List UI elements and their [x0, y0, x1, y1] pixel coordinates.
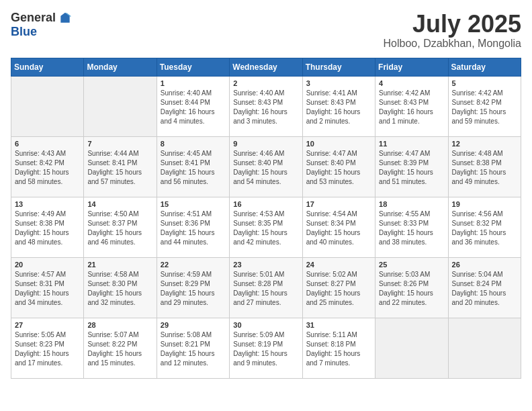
calendar-day-cell: 20Sunrise: 4:57 AMSunset: 8:31 PMDayligh…	[11, 257, 84, 318]
day-content: Sunrise: 5:04 AMSunset: 8:24 PMDaylight:…	[452, 270, 517, 308]
month-title: July 2025	[384, 11, 521, 38]
day-content: Sunrise: 4:57 AMSunset: 8:31 PMDaylight:…	[15, 270, 80, 308]
logo-icon	[58, 11, 72, 25]
title-block: July 2025 Holboo, Dzabkhan, Mongolia	[384, 11, 521, 50]
calendar-day-cell: 10Sunrise: 4:47 AMSunset: 8:40 PMDayligh…	[302, 136, 375, 197]
day-number: 13	[15, 200, 80, 208]
calendar-day-cell: 18Sunrise: 4:55 AMSunset: 8:33 PMDayligh…	[375, 197, 448, 257]
day-content: Sunrise: 4:48 AMSunset: 8:38 PMDaylight:…	[452, 149, 517, 187]
day-content: Sunrise: 4:42 AMSunset: 8:42 PMDaylight:…	[452, 89, 517, 126]
weekday-header-cell: Friday	[375, 58, 448, 76]
calendar-day-cell: 31Sunrise: 5:11 AMSunset: 8:18 PMDayligh…	[302, 318, 375, 378]
day-content: Sunrise: 4:46 AMSunset: 8:40 PMDaylight:…	[233, 149, 298, 187]
day-content: Sunrise: 4:45 AMSunset: 8:41 PMDaylight:…	[161, 149, 226, 187]
day-content: Sunrise: 4:49 AMSunset: 8:38 PMDaylight:…	[15, 210, 80, 247]
calendar-week-row: 13Sunrise: 4:49 AMSunset: 8:38 PMDayligh…	[11, 197, 521, 257]
day-number: 3	[306, 79, 371, 87]
calendar-day-cell: 30Sunrise: 5:09 AMSunset: 8:19 PMDayligh…	[230, 318, 302, 378]
calendar-day-cell: 16Sunrise: 4:53 AMSunset: 8:35 PMDayligh…	[230, 197, 302, 257]
calendar-day-cell: 5Sunrise: 4:42 AMSunset: 8:42 PMDaylight…	[448, 76, 521, 136]
day-content: Sunrise: 5:08 AMSunset: 8:21 PMDaylight:…	[161, 330, 226, 368]
calendar-day-cell: 11Sunrise: 4:47 AMSunset: 8:39 PMDayligh…	[375, 136, 448, 197]
weekday-header-row: SundayMondayTuesdayWednesdayThursdayFrid…	[11, 58, 521, 76]
day-number: 10	[306, 140, 371, 148]
calendar-day-cell: 2Sunrise: 4:40 AMSunset: 8:43 PMDaylight…	[230, 76, 302, 136]
day-number: 17	[306, 200, 371, 208]
day-number: 22	[161, 261, 226, 269]
day-content: Sunrise: 5:01 AMSunset: 8:28 PMDaylight:…	[233, 270, 298, 308]
calendar-day-cell: 12Sunrise: 4:48 AMSunset: 8:38 PMDayligh…	[448, 136, 521, 197]
weekday-header-cell: Sunday	[11, 58, 84, 76]
calendar-day-cell: 3Sunrise: 4:41 AMSunset: 8:43 PMDaylight…	[302, 76, 375, 136]
location-title: Holboo, Dzabkhan, Mongolia	[384, 38, 521, 50]
logo-general-text: General	[11, 11, 56, 25]
calendar-day-cell: 1Sunrise: 4:40 AMSunset: 8:44 PMDaylight…	[157, 76, 229, 136]
calendar-day-cell: 6Sunrise: 4:43 AMSunset: 8:42 PMDaylight…	[11, 136, 84, 197]
weekday-header-cell: Thursday	[302, 58, 375, 76]
day-number: 30	[233, 321, 298, 329]
calendar-day-cell: 9Sunrise: 4:46 AMSunset: 8:40 PMDaylight…	[230, 136, 302, 197]
day-number: 19	[452, 200, 517, 208]
calendar-day-cell	[448, 318, 521, 378]
day-number: 2	[233, 79, 298, 87]
day-content: Sunrise: 4:42 AMSunset: 8:43 PMDaylight:…	[379, 89, 444, 126]
calendar-day-cell: 13Sunrise: 4:49 AMSunset: 8:38 PMDayligh…	[11, 197, 84, 257]
day-number: 24	[306, 261, 371, 269]
calendar-week-row: 6Sunrise: 4:43 AMSunset: 8:42 PMDaylight…	[11, 136, 521, 197]
calendar-week-row: 1Sunrise: 4:40 AMSunset: 8:44 PMDaylight…	[11, 76, 521, 136]
weekday-header-cell: Tuesday	[157, 58, 229, 76]
day-number: 9	[233, 140, 298, 148]
day-number: 29	[161, 321, 226, 329]
day-number: 21	[87, 261, 152, 269]
day-content: Sunrise: 5:07 AMSunset: 8:22 PMDaylight:…	[87, 330, 152, 368]
day-content: Sunrise: 4:40 AMSunset: 8:43 PMDaylight:…	[233, 89, 298, 126]
day-number: 25	[379, 261, 444, 269]
calendar-day-cell: 22Sunrise: 4:59 AMSunset: 8:29 PMDayligh…	[157, 257, 229, 318]
calendar-day-cell: 27Sunrise: 5:05 AMSunset: 8:23 PMDayligh…	[11, 318, 84, 378]
logo: General Blue	[11, 11, 72, 39]
day-content: Sunrise: 4:47 AMSunset: 8:40 PMDaylight:…	[306, 149, 371, 187]
calendar-day-cell: 14Sunrise: 4:50 AMSunset: 8:37 PMDayligh…	[84, 197, 157, 257]
day-content: Sunrise: 5:11 AMSunset: 8:18 PMDaylight:…	[306, 330, 371, 368]
day-content: Sunrise: 4:43 AMSunset: 8:42 PMDaylight:…	[15, 149, 80, 187]
day-number: 11	[379, 140, 444, 148]
day-content: Sunrise: 5:03 AMSunset: 8:26 PMDaylight:…	[379, 270, 444, 308]
day-content: Sunrise: 5:05 AMSunset: 8:23 PMDaylight:…	[15, 330, 80, 368]
calendar-day-cell: 21Sunrise: 4:58 AMSunset: 8:30 PMDayligh…	[84, 257, 157, 318]
day-number: 15	[161, 200, 226, 208]
calendar-day-cell: 24Sunrise: 5:02 AMSunset: 8:27 PMDayligh…	[302, 257, 375, 318]
day-number: 31	[306, 321, 371, 329]
day-content: Sunrise: 5:02 AMSunset: 8:27 PMDaylight:…	[306, 270, 371, 308]
day-content: Sunrise: 4:47 AMSunset: 8:39 PMDaylight:…	[379, 149, 444, 187]
day-content: Sunrise: 4:44 AMSunset: 8:41 PMDaylight:…	[87, 149, 152, 187]
calendar-day-cell: 29Sunrise: 5:08 AMSunset: 8:21 PMDayligh…	[157, 318, 229, 378]
calendar-day-cell	[375, 318, 448, 378]
day-content: Sunrise: 4:55 AMSunset: 8:33 PMDaylight:…	[379, 210, 444, 247]
calendar-day-cell: 7Sunrise: 4:44 AMSunset: 8:41 PMDaylight…	[84, 136, 157, 197]
day-number: 27	[15, 321, 80, 329]
day-content: Sunrise: 4:51 AMSunset: 8:36 PMDaylight:…	[161, 210, 226, 247]
calendar-table: SundayMondayTuesdayWednesdayThursdayFrid…	[11, 58, 521, 379]
day-number: 16	[233, 200, 298, 208]
calendar-body: 1Sunrise: 4:40 AMSunset: 8:44 PMDaylight…	[11, 76, 521, 378]
page-header: General Blue July 2025 Holboo, Dzabkhan,…	[11, 11, 521, 50]
day-number: 5	[452, 79, 517, 87]
calendar-week-row: 20Sunrise: 4:57 AMSunset: 8:31 PMDayligh…	[11, 257, 521, 318]
day-number: 7	[87, 140, 152, 148]
day-number: 20	[15, 261, 80, 269]
day-number: 6	[15, 140, 80, 148]
calendar-day-cell: 8Sunrise: 4:45 AMSunset: 8:41 PMDaylight…	[157, 136, 229, 197]
day-number: 18	[379, 200, 444, 208]
day-content: Sunrise: 4:53 AMSunset: 8:35 PMDaylight:…	[233, 210, 298, 247]
day-content: Sunrise: 4:59 AMSunset: 8:29 PMDaylight:…	[161, 270, 226, 308]
weekday-header-cell: Saturday	[448, 58, 521, 76]
calendar-day-cell: 25Sunrise: 5:03 AMSunset: 8:26 PMDayligh…	[375, 257, 448, 318]
calendar-day-cell: 15Sunrise: 4:51 AMSunset: 8:36 PMDayligh…	[157, 197, 229, 257]
calendar-week-row: 27Sunrise: 5:05 AMSunset: 8:23 PMDayligh…	[11, 318, 521, 378]
day-number: 14	[87, 200, 152, 208]
calendar-day-cell: 17Sunrise: 4:54 AMSunset: 8:34 PMDayligh…	[302, 197, 375, 257]
weekday-header-cell: Monday	[84, 58, 157, 76]
calendar-day-cell: 26Sunrise: 5:04 AMSunset: 8:24 PMDayligh…	[448, 257, 521, 318]
day-content: Sunrise: 4:56 AMSunset: 8:32 PMDaylight:…	[452, 210, 517, 247]
day-number: 1	[161, 79, 226, 87]
